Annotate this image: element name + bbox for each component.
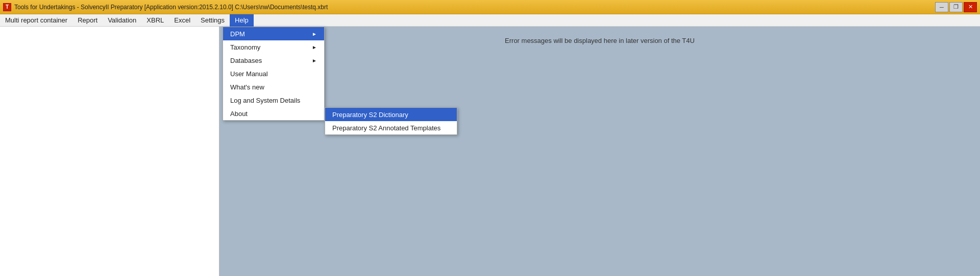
menu-item-settings[interactable]: Settings	[195, 14, 230, 27]
app-icon-text: T	[6, 4, 9, 10]
menu-item-report[interactable]: Report	[72, 14, 103, 27]
submenu-arrow-taxonomy: ►	[312, 44, 317, 50]
main-area: Error messages will be displayed here in…	[0, 27, 980, 276]
dpm-submenu: Preparatory S2 Dictionary Preparatory S2…	[325, 107, 457, 135]
restore-icon: ❐	[953, 4, 959, 10]
submenu-label-preparatory-s2-dictionary: Preparatory S2 Dictionary	[332, 111, 408, 119]
menu-label-validation: Validation	[108, 16, 136, 24]
dropdown-label-taxonomy: Taxonomy	[230, 43, 260, 51]
close-button[interactable]: ✕	[964, 2, 977, 12]
menu-label-excel: Excel	[174, 16, 190, 24]
right-panel: Error messages will be displayed here in…	[219, 27, 980, 276]
help-dropdown: DPM ► Taxonomy ► Databases ► User Manual…	[223, 27, 325, 121]
submenu-arrow-dpm: ►	[312, 31, 317, 37]
dropdown-item-dpm[interactable]: DPM ►	[223, 27, 324, 40]
submenu-arrow-databases: ►	[312, 58, 317, 63]
left-panel	[0, 27, 219, 276]
submenu-item-preparatory-s2-annotated-templates[interactable]: Preparatory S2 Annotated Templates	[325, 121, 457, 134]
dropdown-label-about: About	[230, 110, 248, 118]
title-bar: T Tools for Undertakings - SolvencyII Pr…	[0, 0, 980, 14]
menu-item-validation[interactable]: Validation	[103, 14, 141, 27]
submenu-label-preparatory-s2-annotated-templates: Preparatory S2 Annotated Templates	[332, 124, 440, 132]
dropdown-label-log-system-details: Log and System Details	[230, 97, 300, 104]
dropdown-item-taxonomy[interactable]: Taxonomy ►	[223, 40, 324, 54]
close-icon: ✕	[968, 4, 973, 10]
dropdown-label-databases: Databases	[230, 57, 262, 64]
menu-label-settings: Settings	[201, 16, 225, 24]
menu-label-help: Help	[235, 16, 249, 24]
menu-item-excel[interactable]: Excel	[169, 14, 195, 27]
dropdown-item-whats-new[interactable]: What's new	[223, 80, 324, 94]
minimize-icon: ─	[940, 4, 944, 10]
menu-item-help[interactable]: Help	[230, 14, 254, 27]
menu-bar: Multi report container Report Validation…	[0, 14, 980, 27]
title-bar-left: T Tools for Undertakings - SolvencyII Pr…	[3, 3, 328, 11]
menu-label-xbrl: XBRL	[146, 16, 164, 24]
menu-item-xbrl[interactable]: XBRL	[141, 14, 169, 27]
dropdown-item-log-system-details[interactable]: Log and System Details	[223, 94, 324, 107]
dropdown-item-databases[interactable]: Databases ►	[223, 54, 324, 67]
error-message: Error messages will be displayed here in…	[505, 37, 695, 44]
menu-label-multi-report-container: Multi report container	[5, 16, 67, 24]
dropdown-label-user-manual: User Manual	[230, 70, 268, 78]
submenu-item-preparatory-s2-dictionary[interactable]: Preparatory S2 Dictionary	[325, 108, 457, 121]
restore-button[interactable]: ❐	[949, 2, 963, 12]
dropdown-item-about[interactable]: About	[223, 107, 324, 120]
menu-item-multi-report-container[interactable]: Multi report container	[0, 14, 72, 27]
window-title: Tools for Undertakings - SolvencyII Prep…	[14, 4, 328, 11]
dropdown-item-user-manual[interactable]: User Manual	[223, 67, 324, 80]
window-controls: ─ ❐ ✕	[935, 2, 977, 12]
menu-label-report: Report	[78, 16, 97, 24]
app-icon: T	[3, 3, 11, 11]
minimize-button[interactable]: ─	[935, 2, 948, 12]
dropdown-label-dpm: DPM	[230, 30, 245, 38]
dropdown-label-whats-new: What's new	[230, 83, 264, 91]
dropdown-overlay: DPM ► Taxonomy ► Databases ► User Manual…	[223, 27, 325, 121]
